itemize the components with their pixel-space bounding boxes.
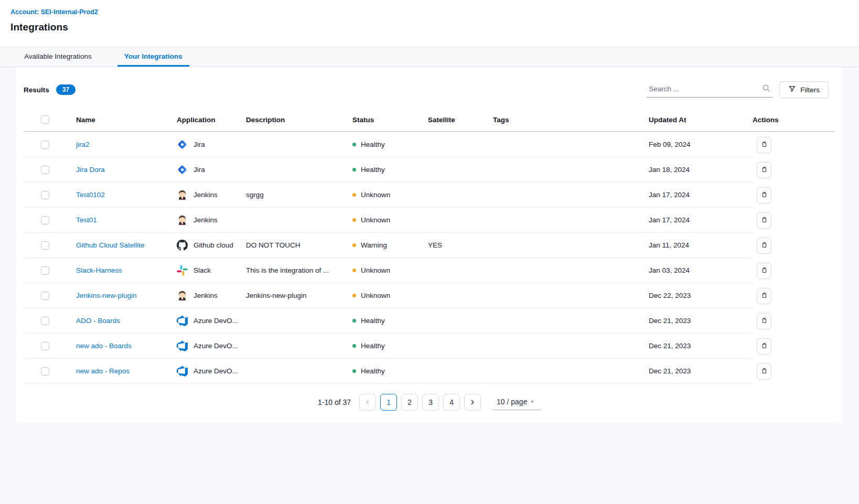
pagination-next-button[interactable] [464, 394, 481, 411]
chevron-down-icon: ▾ [531, 399, 533, 404]
status-dot [352, 294, 356, 297]
updated-at-value: Jan 11, 2024 [649, 233, 753, 258]
integration-name-link[interactable]: new ado - Repos [76, 367, 130, 375]
trash-icon [760, 190, 768, 200]
pagination-prev-button[interactable] [359, 394, 376, 411]
column-header-updated-at: Updated At [649, 108, 753, 131]
description-text [246, 157, 352, 183]
tab-your-integrations[interactable]: Your Integrations [117, 47, 189, 67]
satellite-value [424, 334, 493, 359]
pagination-page-3-button[interactable]: 3 [422, 394, 439, 411]
row-checkbox[interactable] [41, 241, 49, 250]
delete-button[interactable] [757, 363, 771, 380]
filters-button[interactable]: Filters [779, 81, 829, 98]
results-label: Results [24, 86, 49, 94]
delete-button[interactable] [757, 338, 771, 355]
tags-value [493, 258, 649, 283]
delete-button[interactable] [757, 162, 771, 178]
integration-name-link[interactable]: Github Cloud Satellite [76, 241, 145, 249]
updated-at-value: Dec 21, 2023 [649, 359, 753, 384]
azure-devops-icon [177, 366, 188, 377]
row-checkbox[interactable] [41, 266, 49, 275]
column-header-actions: Actions [753, 108, 835, 131]
updated-at-value: Feb 09, 2024 [649, 132, 753, 157]
integration-name-link[interactable]: Jenkins-new-plugin [76, 292, 137, 299]
results-summary: Results 37 [24, 84, 76, 95]
page-size-select[interactable]: 10 / page ▾ [493, 395, 541, 410]
search-field[interactable] [647, 82, 772, 98]
row-checkbox[interactable] [41, 317, 49, 325]
select-all-checkbox[interactable] [41, 115, 49, 124]
trash-icon [760, 266, 768, 276]
trash-icon [760, 165, 768, 175]
integration-name-link[interactable]: Slack-Harness [76, 266, 122, 274]
description-text: DO NOT TOUCH [246, 233, 352, 258]
tab-available-integrations[interactable]: Available Integrations [17, 47, 99, 67]
status-dot [352, 319, 356, 323]
delete-button[interactable] [757, 263, 771, 279]
filter-funnel-icon [788, 85, 796, 94]
pagination-page-2-button[interactable]: 2 [401, 394, 418, 411]
row-checkbox[interactable] [41, 367, 49, 376]
satellite-value [424, 183, 493, 208]
row-checkbox[interactable] [41, 166, 49, 174]
row-checkbox[interactable] [41, 216, 49, 224]
column-header-description: Description [246, 108, 352, 131]
page-title: Integrations [10, 22, 849, 33]
pagination-page-4-button[interactable]: 4 [443, 394, 460, 411]
application-label: Azure DevO... [194, 367, 238, 375]
row-checkbox[interactable] [41, 342, 49, 350]
delete-button[interactable] [757, 288, 771, 304]
table-row: jira2 Jira Healthy Feb 09, 2024 [24, 132, 835, 157]
tags-value [493, 359, 649, 384]
table-row: Jenkins-new-plugin Jenkins Jenkins-new-p… [24, 283, 835, 308]
application-label: Github cloud [194, 241, 233, 249]
row-checkbox[interactable] [41, 191, 49, 199]
integration-name-link[interactable]: Jira Dora [76, 166, 105, 174]
integration-name-link[interactable]: ADO - Boards [76, 317, 120, 325]
tab-bar: Available Integrations Your Integrations [0, 47, 859, 67]
toolbar-right: Filters [647, 81, 829, 98]
row-checkbox[interactable] [41, 141, 49, 149]
jenkins-icon [177, 290, 188, 301]
description-text [246, 308, 352, 334]
description-text [246, 208, 352, 233]
filters-label: Filters [800, 86, 820, 94]
updated-at-value: Jan 17, 2024 [649, 183, 753, 208]
tags-value [493, 157, 649, 183]
delete-button[interactable] [757, 137, 771, 153]
updated-at-value: Jan 03, 2024 [649, 258, 753, 283]
trash-icon [760, 216, 768, 226]
integration-name-link[interactable]: Test0102 [76, 191, 105, 199]
jenkins-icon [177, 189, 188, 200]
pagination-page-1-button[interactable]: 1 [380, 394, 397, 411]
updated-at-value: Jan 18, 2024 [649, 157, 753, 183]
integration-name-link[interactable]: new ado - Boards [76, 342, 132, 350]
tags-value [493, 233, 649, 258]
status-dot [352, 218, 356, 222]
integration-name-link[interactable]: jira2 [76, 141, 90, 148]
delete-button[interactable] [757, 212, 771, 229]
results-count-badge: 37 [56, 84, 76, 95]
row-checkbox[interactable] [41, 292, 49, 300]
delete-button[interactable] [757, 313, 771, 329]
table-row: Jira Dora Jira Healthy Jan 18, 2024 [24, 157, 835, 183]
integration-name-link[interactable]: Test01 [76, 216, 97, 224]
status-dot [352, 344, 356, 348]
status-label: Unknown [361, 216, 390, 224]
status-dot [352, 269, 356, 272]
account-link[interactable]: Account: SEI-Internal-Prod2 [10, 8, 98, 16]
delete-button[interactable] [757, 238, 771, 254]
azure-devops-icon [177, 315, 188, 326]
application-label: Azure DevO... [194, 317, 238, 325]
satellite-value [424, 208, 493, 233]
search-input[interactable] [648, 84, 762, 93]
delete-button[interactable] [757, 187, 771, 203]
status-dot [352, 143, 356, 146]
integrations-table: Name Application Description Status Sate… [24, 108, 835, 384]
satellite-value: YES [424, 233, 493, 258]
column-header-status: Status [352, 108, 424, 131]
table-body: jira2 Jira Healthy Feb 09, 2024 [24, 132, 835, 384]
description-text: sgrgg [246, 183, 352, 208]
column-header-application: Application [177, 108, 246, 131]
